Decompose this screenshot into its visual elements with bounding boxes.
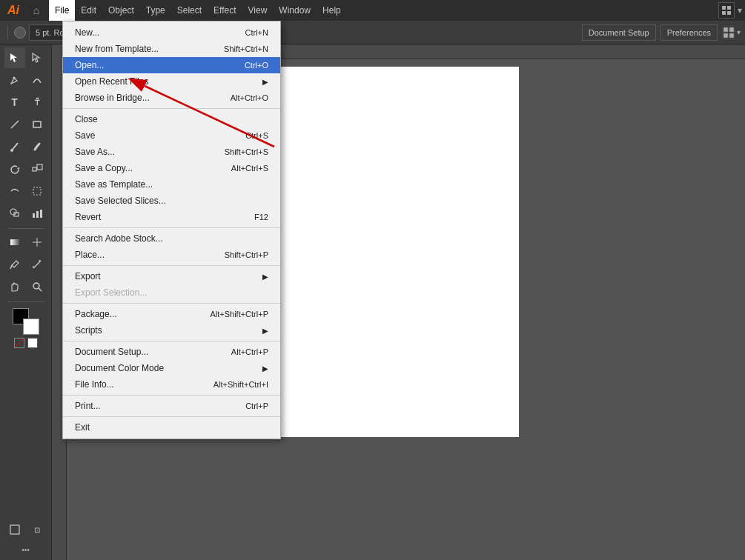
fullscreen-view-btn[interactable]: ⊡ (27, 519, 47, 540)
svg-rect-13 (33, 167, 36, 171)
arrange-arrow[interactable]: ▾ (737, 28, 741, 36)
menu-bar: Ai ⌂ File Edit Object Type Select Effect… (0, 0, 745, 21)
svg-rect-2 (722, 11, 726, 15)
layout-arrow[interactable]: ▾ (738, 5, 742, 16)
menu-item-save-as[interactable]: Save As... Shift+Ctrl+S (63, 144, 280, 160)
mesh-tool[interactable] (27, 232, 47, 253)
swatch-stack[interactable] (13, 308, 39, 335)
svg-rect-18 (33, 213, 35, 218)
svg-line-25 (33, 261, 41, 268)
arrange-icons[interactable]: ▾ (722, 26, 741, 39)
line-tool[interactable] (4, 114, 25, 135)
tool-row-brush (0, 136, 51, 157)
arrange-icon (722, 26, 735, 39)
menu-item-new[interactable]: New... Ctrl+N (63, 24, 280, 41)
svg-rect-10 (33, 121, 41, 127)
menu-item-package[interactable]: Package... Alt+Shift+Ctrl+P (63, 306, 280, 322)
menu-item-search-stock[interactable]: Search Adobe Stock... (63, 230, 280, 247)
rect-tool[interactable] (27, 114, 47, 135)
menu-item-exit[interactable]: Exit (63, 419, 280, 436)
svg-rect-5 (729, 27, 734, 32)
type-tool[interactable]: T (4, 92, 25, 113)
rotate-tool[interactable] (4, 159, 25, 179)
menu-item-new-template[interactable]: New from Template... Shift+Ctrl+N (63, 41, 280, 57)
shape-builder-tool[interactable] (4, 203, 25, 224)
menu-window[interactable]: Window (273, 0, 317, 21)
curvature-tool[interactable] (27, 70, 47, 90)
tool-row-gradient (0, 232, 51, 253)
measure-tool[interactable] (27, 254, 47, 275)
blob-brush-tool[interactable] (27, 136, 47, 157)
normal-view-btn[interactable] (4, 519, 25, 540)
svg-rect-19 (36, 211, 39, 218)
menu-item-revert[interactable]: Revert F12 (63, 209, 280, 225)
touch-type-tool[interactable]: T̃ (27, 92, 47, 113)
none-swatch[interactable] (14, 338, 24, 348)
menu-sep-3 (63, 265, 280, 266)
menu-file[interactable]: File (49, 0, 75, 21)
menu-item-close[interactable]: Close (63, 111, 280, 127)
direct-selection-tool[interactable] (27, 47, 47, 68)
menu-item-open-recent[interactable]: Open Recent Files ▶ (63, 73, 280, 90)
menu-item-export[interactable]: Export ▶ (63, 268, 280, 284)
home-icon[interactable]: ⌂ (27, 1, 46, 20)
brush-dot (14, 27, 26, 39)
tool-separator-1 (7, 228, 44, 229)
tool-row-warp (0, 181, 51, 201)
pen-tool[interactable] (4, 70, 25, 90)
menu-item-document-setup[interactable]: Document Setup... Alt+Ctrl+P (63, 344, 280, 360)
menu-view[interactable]: View (242, 0, 274, 21)
svg-point-16 (10, 209, 16, 215)
zoom-tool[interactable] (27, 276, 47, 297)
menu-item-document-color[interactable]: Document Color Mode ▶ (63, 360, 280, 376)
svg-rect-15 (33, 187, 41, 195)
menu-effect[interactable]: Effect (208, 0, 242, 21)
background-swatch[interactable] (23, 319, 39, 335)
warp-tool[interactable] (4, 181, 25, 201)
menu-edit[interactable]: Edit (75, 0, 102, 21)
free-transform-tool[interactable] (27, 181, 47, 201)
menu-item-scripts[interactable]: Scripts ▶ (63, 322, 280, 339)
color-swatch-area (13, 308, 39, 348)
menu-item-browse[interactable]: Browse in Bridge... Alt+Ctrl+O (63, 90, 280, 106)
svg-rect-6 (724, 33, 728, 38)
svg-rect-1 (727, 6, 731, 10)
menu-type[interactable]: Type (140, 0, 171, 21)
menu-item-save-copy[interactable]: Save a Copy... Alt+Ctrl+S (63, 160, 280, 176)
document-setup-button[interactable]: Document Setup (582, 24, 656, 41)
tool-row-pen (0, 70, 51, 90)
more-tools[interactable]: ••• (21, 546, 30, 554)
menu-item-save[interactable]: Save Ctrl+S (63, 127, 280, 144)
color-mode-icon[interactable] (27, 338, 38, 348)
menu-item-open[interactable]: Open... Ctrl+O (63, 57, 280, 73)
bar-chart-tool[interactable] (27, 203, 47, 224)
menu-item-save-slices[interactable]: Save Selected Slices... (63, 193, 280, 209)
tool-row-selection (0, 47, 51, 68)
eyedropper-tool[interactable] (4, 254, 25, 275)
tool-row-hand (0, 276, 51, 297)
svg-point-8 (13, 77, 15, 79)
menu-item-save-template[interactable]: Save as Template... (63, 176, 280, 193)
preferences-button[interactable]: Preferences (660, 24, 718, 41)
menu-help[interactable]: Help (317, 0, 347, 21)
svg-rect-0 (722, 6, 726, 10)
menu-sep-4 (63, 303, 280, 304)
tool-separator-2 (7, 301, 44, 302)
menu-item-print[interactable]: Print... Ctrl+P (63, 398, 280, 414)
paintbrush-tool[interactable] (4, 136, 25, 157)
menu-object[interactable]: Object (102, 0, 140, 21)
menu-item-file-info[interactable]: File Info... Alt+Shift+Ctrl+I (63, 376, 280, 393)
svg-marker-12 (17, 167, 20, 170)
menu-item-place[interactable]: Place... Shift+Ctrl+P (63, 247, 280, 263)
layout-icon[interactable] (718, 2, 735, 19)
menu-sep-2 (63, 227, 280, 228)
scale-tool[interactable] (27, 159, 47, 179)
gradient-tool[interactable] (4, 232, 25, 253)
menu-sep-7 (63, 416, 280, 417)
tool-row-line (0, 114, 51, 135)
menu-select[interactable]: Select (171, 0, 208, 21)
svg-rect-21 (10, 239, 19, 245)
menu-items: File Edit Object Type Select Effect View… (49, 0, 718, 21)
selection-tool[interactable] (4, 47, 25, 68)
hand-tool[interactable] (4, 276, 25, 297)
